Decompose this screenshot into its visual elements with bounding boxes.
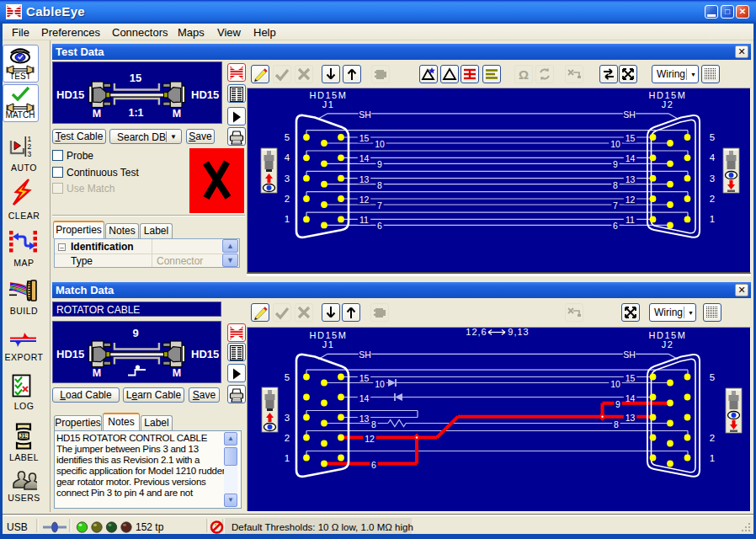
svg-text:1: 1 — [710, 214, 715, 224]
svg-text:15: 15 — [626, 373, 636, 383]
svg-text:4: 4 — [285, 152, 290, 163]
svg-text:SH: SH — [623, 109, 636, 120]
svg-text:9: 9 — [615, 399, 620, 409]
svg-text:HD15: HD15 — [56, 348, 84, 360]
svg-text:12,6: 12,6 — [466, 328, 487, 337]
svg-text:10: 10 — [375, 379, 385, 389]
svg-text:J1: J1 — [322, 99, 335, 109]
svg-text:11: 11 — [359, 215, 369, 225]
svg-text:6: 6 — [377, 221, 382, 231]
svg-text:3: 3 — [28, 150, 32, 157]
svg-text:15: 15 — [359, 133, 370, 143]
svg-text:15: 15 — [359, 373, 370, 383]
svg-text:SH: SH — [623, 350, 636, 360]
svg-text:12: 12 — [626, 195, 636, 205]
svg-text:9: 9 — [377, 159, 382, 169]
svg-text:USB: USB — [7, 521, 28, 533]
svg-text:14: 14 — [359, 393, 370, 403]
svg-text:M: M — [93, 108, 101, 120]
svg-text:J1:: J1: — [19, 433, 27, 439]
svg-text:2: 2 — [285, 433, 290, 443]
svg-text:13: 13 — [359, 414, 370, 424]
svg-text:J2: J2 — [662, 339, 674, 350]
svg-text:8: 8 — [614, 419, 619, 430]
svg-text:10: 10 — [610, 139, 620, 149]
svg-text:6: 6 — [371, 460, 376, 470]
svg-text:1:1: 1:1 — [128, 107, 143, 119]
svg-text:5: 5 — [285, 132, 290, 142]
svg-text:HD15: HD15 — [191, 348, 219, 360]
svg-text:Ω: Ω — [519, 67, 529, 82]
svg-text:HD15: HD15 — [56, 88, 84, 101]
svg-text:3: 3 — [285, 173, 290, 184]
svg-text:12: 12 — [365, 434, 375, 444]
svg-text:11: 11 — [626, 215, 635, 225]
svg-text:J1: J1 — [322, 339, 335, 350]
svg-text:15: 15 — [626, 133, 636, 143]
svg-text:Default Thresholds: 10 Ω low,: Default Thresholds: 10 Ω low, 1.0 MΩ hig… — [232, 522, 413, 532]
svg-text:M: M — [173, 367, 181, 379]
svg-text:3: 3 — [710, 173, 715, 184]
svg-text:13: 13 — [626, 413, 636, 423]
svg-text:7: 7 — [377, 200, 382, 211]
svg-text:2: 2 — [710, 433, 715, 443]
svg-text:15: 15 — [130, 72, 141, 84]
svg-text:10: 10 — [610, 379, 620, 389]
svg-text:9: 9 — [132, 327, 138, 339]
svg-text:152 tp: 152 tp — [136, 521, 164, 533]
svg-text:1: 1 — [285, 453, 290, 463]
svg-text:M: M — [173, 108, 181, 120]
svg-text:14: 14 — [359, 153, 370, 163]
svg-text:4: 4 — [710, 152, 716, 163]
svg-text:7: 7 — [613, 200, 618, 211]
svg-text:3: 3 — [285, 413, 290, 423]
svg-text:9,13: 9,13 — [508, 328, 529, 337]
svg-text:8: 8 — [377, 180, 382, 190]
svg-text:M: M — [93, 367, 101, 379]
svg-text:HD15: HD15 — [191, 88, 219, 101]
svg-text:SH: SH — [359, 350, 371, 360]
svg-text:13: 13 — [359, 174, 370, 184]
svg-text:SH: SH — [359, 109, 371, 120]
svg-text:13: 13 — [626, 174, 636, 184]
svg-text:2: 2 — [710, 194, 715, 204]
svg-text:5: 5 — [710, 132, 715, 142]
svg-text:8: 8 — [371, 419, 376, 430]
svg-text:8: 8 — [613, 180, 618, 190]
svg-text:1: 1 — [710, 453, 715, 463]
svg-text:1: 1 — [285, 214, 290, 224]
svg-text:9: 9 — [613, 159, 618, 169]
svg-text:2: 2 — [285, 194, 290, 204]
svg-text:12: 12 — [359, 195, 370, 205]
svg-text:5: 5 — [285, 372, 290, 382]
svg-text:J2: J2 — [662, 99, 674, 109]
svg-text:6: 6 — [613, 221, 618, 231]
svg-text:10: 10 — [375, 139, 385, 149]
svg-text:5: 5 — [710, 372, 715, 382]
svg-text:14: 14 — [626, 153, 636, 163]
